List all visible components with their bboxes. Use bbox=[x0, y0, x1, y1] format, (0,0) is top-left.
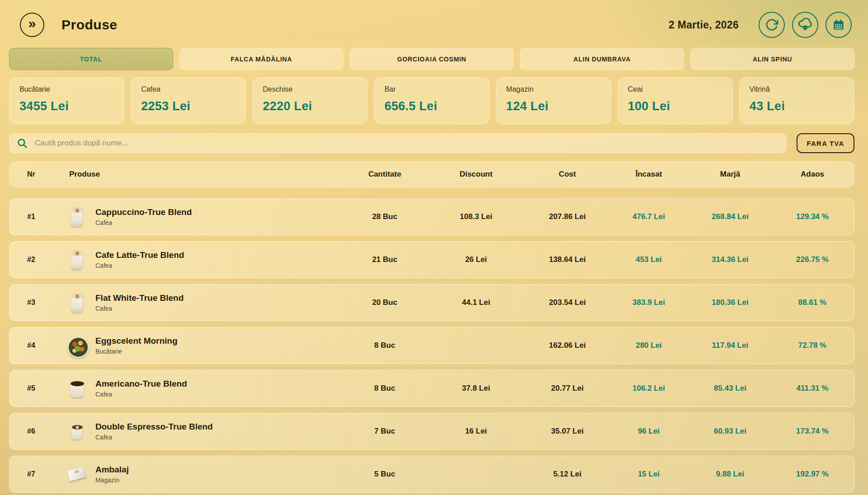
category-value: 2220 Lei bbox=[263, 99, 357, 113]
product-category: Cafea bbox=[95, 262, 184, 269]
cell-marja: 117.94 Lei bbox=[689, 341, 771, 350]
cell-discount: 16 Lei bbox=[425, 427, 527, 436]
table-row[interactable]: #7 Ambalaj Magazin 5 Buc 5.12 Lei 15 Lei… bbox=[9, 456, 854, 493]
calendar-icon bbox=[832, 18, 845, 32]
table-header: Nr Produse Cantitate Discount Cost Încas… bbox=[9, 161, 854, 187]
cell-adaos: 129.34 % bbox=[771, 212, 854, 221]
product-cell: Eggscelent Morning Bucătarie bbox=[53, 334, 344, 357]
table-row[interactable]: #2 Cafe Latte-True Blend Cafea 21 Buc 26… bbox=[9, 241, 854, 278]
tab-label: TOTAL bbox=[80, 56, 102, 63]
product-category: Cafea bbox=[95, 434, 213, 441]
cloud-download-button[interactable] bbox=[792, 12, 818, 38]
product-cell: Flat White-True Blend Cafea bbox=[53, 291, 344, 314]
tab-alin-dumbrava[interactable]: ALIN DUMBRAVA bbox=[520, 48, 684, 70]
cell-incasat: 453 Lei bbox=[608, 255, 689, 264]
cell-adaos: 192.97 % bbox=[771, 470, 854, 479]
cell-marja: 268.84 Lei bbox=[689, 212, 771, 221]
row-number: #4 bbox=[9, 341, 53, 350]
tab-alin-spinu[interactable]: ALIN SPINU bbox=[690, 48, 854, 70]
table-row[interactable]: #3 Flat White-True Blend Cafea 20 Buc 44… bbox=[9, 284, 854, 321]
header-discount: Discount bbox=[425, 170, 527, 179]
search-icon bbox=[17, 138, 28, 149]
tab-label: GORCIOAIA COSMIN bbox=[397, 56, 466, 63]
search-input[interactable] bbox=[35, 139, 779, 148]
category-card-bar[interactable]: Bar 656.5 Lei bbox=[374, 77, 489, 124]
tab-falca-madalina[interactable]: FALCA MĂDĂLINA bbox=[179, 48, 344, 70]
category-card-bucatarie[interactable]: Bucătarie 3455 Lei bbox=[9, 77, 124, 124]
employee-tabs: TOTAL FALCA MĂDĂLINA GORCIOAIA COSMIN AL… bbox=[9, 48, 854, 70]
cell-incasat: 96 Lei bbox=[608, 427, 689, 436]
cell-cantitate: 7 Buc bbox=[344, 427, 425, 436]
category-value: 3455 Lei bbox=[19, 99, 114, 113]
product-cell: Double Espresso-True Blend Cafea bbox=[53, 420, 344, 443]
product-image bbox=[66, 248, 87, 271]
cell-adaos: 226.75 % bbox=[771, 255, 854, 264]
tab-total[interactable]: TOTAL bbox=[9, 48, 173, 70]
product-image bbox=[66, 291, 87, 314]
cell-cost: 203.54 Lei bbox=[527, 298, 608, 307]
cell-marja: 9.88 Lei bbox=[689, 470, 771, 479]
cell-cantitate: 21 Buc bbox=[344, 255, 425, 264]
product-category: Cafea bbox=[95, 391, 187, 398]
row-number: #6 bbox=[9, 427, 53, 435]
cell-cost: 35.07 Lei bbox=[527, 427, 608, 436]
cell-cost: 207.86 Lei bbox=[527, 212, 608, 221]
cell-incasat: 15 Lei bbox=[608, 470, 689, 479]
category-value: 43 Lei bbox=[750, 99, 844, 113]
header-adaos: Adaos bbox=[771, 170, 854, 179]
table-row[interactable]: #1 Cappuccino-True Blend Cafea 28 Buc 10… bbox=[9, 198, 854, 235]
product-image bbox=[66, 420, 87, 443]
cell-incasat: 476.7 Lei bbox=[608, 212, 689, 221]
product-category: Magazin bbox=[95, 476, 129, 484]
table-row[interactable]: #5 Americano-True Blend Cafea 8 Buc 37.8… bbox=[9, 370, 854, 407]
current-date: 2 Martie, 2026 bbox=[669, 19, 739, 31]
product-name: Cappuccino-True Blend bbox=[95, 207, 192, 217]
product-image bbox=[66, 377, 87, 400]
cell-cost: 138.64 Lei bbox=[527, 255, 608, 264]
category-card-deschise[interactable]: Deschise 2220 Lei bbox=[252, 77, 368, 124]
category-card-magazin[interactable]: Magazin 124 Lei bbox=[496, 77, 611, 124]
row-number: #7 bbox=[9, 470, 53, 478]
category-value: 656.5 Lei bbox=[384, 99, 479, 113]
table-row[interactable]: #4 Eggscelent Morning Bucătarie 8 Buc 16… bbox=[9, 327, 854, 364]
top-header: » Produse 2 Martie, 2026 bbox=[9, 0, 854, 48]
cell-adaos: 72.78 % bbox=[771, 341, 854, 350]
product-cell: Cafe Latte-True Blend Cafea bbox=[53, 248, 344, 271]
product-image bbox=[66, 334, 87, 357]
product-name: Double Espresso-True Blend bbox=[95, 422, 213, 432]
calendar-button[interactable] bbox=[826, 12, 852, 38]
category-label: Magazin bbox=[506, 85, 601, 93]
product-category: Cafea bbox=[95, 219, 192, 226]
header-produse: Produse bbox=[53, 170, 344, 179]
cell-incasat: 280 Lei bbox=[608, 341, 689, 350]
cell-cantitate: 20 Buc bbox=[344, 298, 425, 307]
cell-cantitate: 8 Buc bbox=[344, 384, 425, 393]
category-label: Bucătarie bbox=[19, 85, 114, 93]
collapse-sidebar-button[interactable]: » bbox=[20, 13, 44, 37]
product-name: Ambalaj bbox=[95, 465, 129, 475]
cell-adaos: 173.74 % bbox=[771, 427, 854, 436]
tab-label: ALIN DUMBRAVA bbox=[574, 56, 631, 63]
header-marja: Marjă bbox=[689, 170, 771, 179]
category-card-ceai[interactable]: Ceai 100 Lei bbox=[618, 77, 733, 124]
search-box bbox=[9, 133, 787, 153]
product-name: Americano-True Blend bbox=[95, 379, 187, 389]
category-value: 2253 Lei bbox=[141, 99, 236, 113]
cell-cost: 162.06 Lei bbox=[527, 341, 608, 350]
cloud-download-icon bbox=[798, 18, 812, 32]
category-card-cafea[interactable]: Cafea 2253 Lei bbox=[131, 77, 246, 124]
table-row[interactable]: #6 Double Espresso-True Blend Cafea 7 Bu… bbox=[9, 413, 854, 450]
category-label: Cafea bbox=[141, 85, 236, 93]
row-number: #3 bbox=[9, 299, 53, 307]
cell-cantitate: 28 Buc bbox=[344, 212, 425, 221]
product-name: Cafe Latte-True Blend bbox=[95, 250, 184, 260]
product-cell: Ambalaj Magazin bbox=[53, 462, 344, 486]
refresh-button[interactable] bbox=[759, 12, 785, 38]
cell-marja: 60.93 Lei bbox=[689, 427, 771, 436]
page-title: Produse bbox=[61, 17, 118, 33]
cell-cantitate: 8 Buc bbox=[344, 341, 425, 350]
tab-gorcioaia-cosmin[interactable]: GORCIOAIA COSMIN bbox=[350, 48, 514, 70]
fara-tva-button[interactable]: FARA TVA bbox=[797, 133, 854, 153]
cell-discount: 44.1 Lei bbox=[425, 298, 527, 307]
category-card-vitrina[interactable]: Vitrină 43 Lei bbox=[739, 77, 854, 124]
